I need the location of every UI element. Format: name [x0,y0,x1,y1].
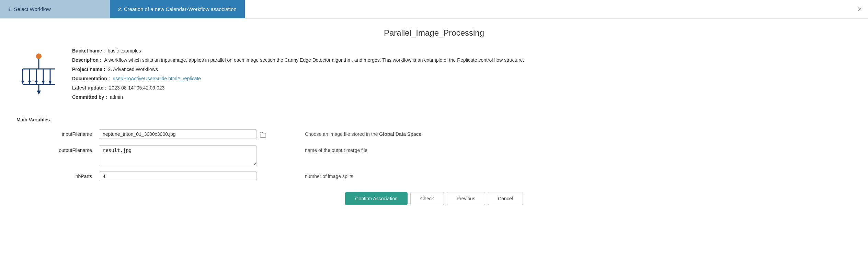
inputFilename-field[interactable] [99,129,257,139]
committed-by-value: admin [110,94,123,100]
documentation-label: Documentation : [72,76,110,81]
browse-icon[interactable] [260,131,266,140]
latest-update-value: 2023-08-14T05:42:09.023 [109,85,164,91]
info-section: Bucket name : basic-examples Description… [16,47,852,106]
main-variables-title: Main Variables [16,117,852,122]
committed-by-label: Committed by : [72,94,107,100]
variable-label-inputFilename: inputFilename [44,129,99,137]
description-label: Description : [72,57,102,63]
latest-update-label: Latest update : [72,85,106,91]
description-row: Description : A workflow which splits an… [72,57,852,64]
variable-hint-inputFilename: Choose an image file stored in the Globa… [305,129,421,137]
committed-by-row: Committed by : admin [72,94,852,101]
close-button[interactable]: × [857,5,862,13]
variable-row-inputFilename: inputFilename Choose an image file store… [44,129,852,140]
main-content: Parallel_Image_Processing [0,19,868,213]
confirm-association-button[interactable]: Confirm Association [345,192,408,205]
workflow-info-fields: Bucket name : basic-examples Description… [72,47,852,103]
variable-input-area-inputFilename [99,129,298,140]
cancel-button[interactable]: Cancel [488,192,523,205]
workflow-title: Parallel_Image_Processing [16,28,852,38]
previous-button[interactable]: Previous [447,192,485,205]
svg-marker-15 [37,91,41,95]
action-buttons: Confirm Association Check Previous Cance… [16,192,852,205]
latest-update-row: Latest update : 2023-08-14T05:42:09.023 [72,84,852,92]
tab-1-label: 1. Select Workflow [8,6,51,12]
header-tabs: 1. Select Workflow 2. Creation of a new … [0,0,868,19]
variable-hint-outputFilename: name of the output merge file [305,145,367,153]
description-value: A workflow which splits an input image, … [104,57,524,63]
documentation-row: Documentation : user/ProActiveUserGuide.… [72,75,852,82]
variable-label-nbParts: nbParts [44,171,99,179]
variable-input-area-outputFilename: result.jpg [99,145,298,166]
variable-row-outputFilename: outputFilename result.jpg name of the ou… [44,145,852,166]
main-variables-section: Main Variables inputFilename Choose an i… [16,117,852,181]
tab-create-association[interactable]: 2. Creation of a new Calendar-Workflow a… [110,0,245,18]
workflow-icon [16,50,61,106]
project-label: Project name : [72,67,105,72]
tab-select-workflow[interactable]: 1. Select Workflow [0,0,110,18]
nbParts-field[interactable] [99,171,257,181]
variable-row-nbParts: nbParts number of image splits [44,171,852,181]
variable-hint-nbParts: number of image splits [305,171,353,179]
variable-label-outputFilename: outputFilename [44,145,99,153]
outputFilename-field[interactable]: result.jpg [99,145,257,166]
bucket-row: Bucket name : basic-examples [72,47,852,55]
project-row: Project name : 2. Advanced Workflows [72,66,852,73]
svg-point-0 [36,54,42,59]
bucket-value: basic-examples [108,48,141,54]
project-value: 2. Advanced Workflows [108,67,158,72]
tab-2-label: 2. Creation of a new Calendar-Workflow a… [118,6,237,12]
variables-form: inputFilename Choose an image file store… [16,129,852,181]
variable-input-area-nbParts [99,171,298,181]
documentation-link[interactable]: user/ProActiveUserGuide.html#_replicate [113,76,201,81]
bucket-label: Bucket name : [72,48,105,54]
check-button[interactable]: Check [410,192,444,205]
